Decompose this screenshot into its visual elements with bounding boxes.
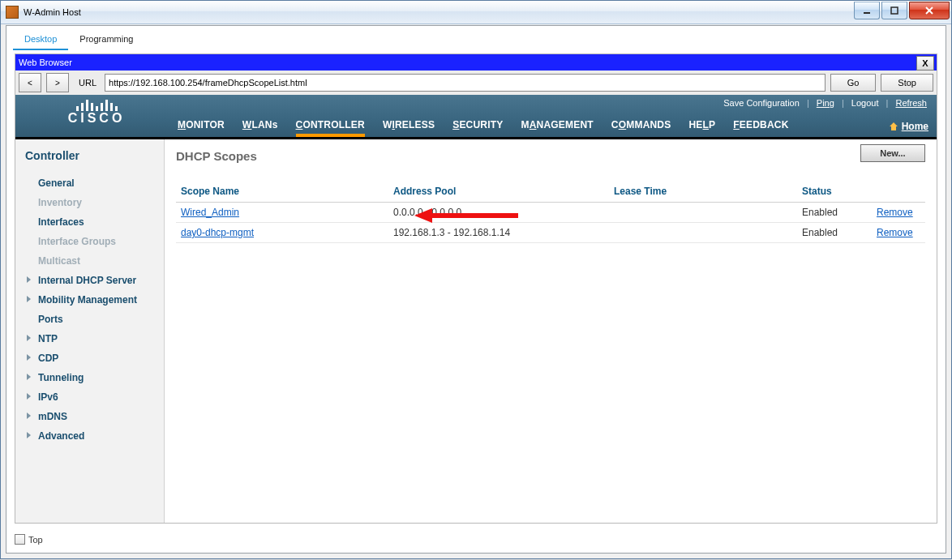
sidebar-item-label: Advanced (38, 430, 84, 442)
sidebar-item-label: IPv6 (38, 391, 58, 403)
scope-name-link[interactable]: day0-dhcp-mgmt (181, 227, 254, 238)
cell-pool: 192.168.1.3 - 192.168.1.14 (388, 223, 609, 243)
new-button[interactable]: New... (860, 144, 925, 162)
application-window: W-Admin Host Desktop Programming Web Bro… (0, 0, 952, 559)
col-lease: Lease Time (609, 182, 797, 203)
col-pool: Address Pool (388, 182, 609, 203)
cell-status: Enabled (797, 223, 872, 243)
sidebar-item[interactable]: General (15, 173, 164, 193)
sidebar-item[interactable]: Tunneling (15, 368, 164, 387)
cisco-brand-text: CISCO (40, 111, 153, 126)
sidebar-item[interactable]: Interface Groups (15, 232, 164, 251)
col-scope: Scope Name (176, 182, 388, 203)
sidebar: Controller GeneralInventoryInterfacesInt… (15, 139, 165, 523)
maximize-button[interactable] (881, 2, 907, 19)
refresh-link[interactable]: Refresh (895, 98, 927, 108)
sidebar-item[interactable]: Internal DHCP Server (15, 271, 164, 290)
expand-triangle-icon (27, 296, 31, 302)
sidebar-item[interactable]: NTP (15, 329, 164, 348)
go-button[interactable]: Go (830, 74, 877, 92)
table-header-row: Scope Name Address Pool Lease Time Statu… (176, 182, 925, 203)
nav-feedback[interactable]: FEEDBACK (733, 119, 788, 137)
sidebar-item[interactable]: Inventory (15, 193, 164, 212)
cell-status: Enabled (797, 203, 872, 223)
expand-triangle-icon (27, 413, 31, 419)
expand-triangle-icon (27, 432, 31, 438)
svg-rect-1 (891, 7, 898, 14)
save-config-link[interactable]: Save Configuration (723, 98, 800, 108)
main-nav: MONITOR WLANs CONTROLLER WIRELESS SECURI… (178, 114, 937, 137)
remove-link[interactable]: Remove (877, 227, 913, 238)
back-button[interactable]: < (19, 73, 41, 92)
nav-management[interactable]: MANAGEMENT (521, 119, 593, 137)
minimize-button[interactable] (854, 2, 880, 19)
stop-button[interactable]: Stop (881, 74, 933, 92)
panel-close-button[interactable]: X (916, 56, 934, 71)
nav-controller[interactable]: CONTROLLER (296, 119, 365, 137)
sidebar-item-label: Internal DHCP Server (38, 275, 136, 286)
sidebar-item[interactable]: Advanced (15, 426, 164, 446)
cell-pool: 0.0.0.0 - 0.0.0.0 (388, 203, 609, 223)
webbrowser-title-strip: Web Browser X (15, 54, 937, 71)
nav-wlans[interactable]: WLANs (242, 119, 278, 137)
sidebar-item-label: Multicast (38, 255, 80, 267)
webbrowser-title: Web Browser (19, 58, 72, 67)
sidebar-item-label: Tunneling (38, 372, 84, 383)
sidebar-item[interactable]: Interfaces (15, 212, 164, 232)
ping-link[interactable]: Ping (817, 98, 834, 108)
title-bar: W-Admin Host (1, 1, 951, 24)
minimize-icon (863, 6, 871, 15)
subtabs: Desktop Programming (13, 31, 144, 50)
sidebar-item[interactable]: Mobility Management (15, 290, 164, 310)
sidebar-item-label: General (38, 177, 75, 189)
content-area: Controller GeneralInventoryInterfacesInt… (15, 139, 937, 523)
expand-triangle-icon (27, 393, 31, 400)
top-links: Save Configuration | Ping | Logout | Ref… (722, 98, 928, 108)
url-bar: < > URL Go Stop (15, 71, 937, 96)
sidebar-item[interactable]: IPv6 (15, 387, 164, 407)
tab-desktop[interactable]: Desktop (13, 31, 68, 50)
sidebar-item-label: NTP (38, 333, 58, 344)
page-title: DHCP Scopes (176, 149, 925, 163)
window-title: W-Admin Host (24, 7, 81, 17)
sidebar-item[interactable]: Multicast (15, 251, 164, 271)
svg-rect-0 (864, 12, 870, 14)
table-row: Wired_Admin0.0.0.0 - 0.0.0.0EnabledRemov… (176, 203, 925, 223)
main-panel: DHCP Scopes New... Scope Name Address Po… (165, 139, 937, 523)
url-label: URL (74, 78, 100, 88)
nav-security[interactable]: SECURITY (452, 119, 503, 137)
nav-commands[interactable]: COMMANDS (611, 119, 671, 137)
cell-lease (609, 203, 797, 223)
bottom-row: Top (15, 534, 43, 545)
forward-button[interactable]: > (46, 73, 69, 92)
scopes-table: Scope Name Address Pool Lease Time Statu… (176, 182, 925, 243)
sidebar-item-label: Ports (38, 314, 63, 325)
cisco-logo: CISCO (40, 96, 153, 126)
cisco-bars-icon (40, 96, 153, 111)
sidebar-item-label: Interfaces (38, 216, 84, 228)
sidebar-item-label: Inventory (38, 197, 82, 208)
expand-triangle-icon (27, 276, 31, 283)
sidebar-item[interactable]: CDP (15, 348, 164, 368)
remove-link[interactable]: Remove (877, 207, 913, 218)
close-button[interactable] (909, 2, 950, 19)
sidebar-item[interactable]: Ports (15, 310, 164, 329)
expand-triangle-icon (27, 374, 31, 380)
cell-lease (609, 223, 797, 243)
close-icon (924, 6, 934, 15)
nav-help[interactable]: HELP (688, 119, 715, 137)
nav-monitor[interactable]: MONITOR (178, 119, 225, 137)
app-surface: Desktop Programming Web Browser X < > UR… (6, 25, 946, 554)
url-input[interactable] (105, 74, 825, 92)
expand-triangle-icon (27, 354, 31, 361)
nav-wireless[interactable]: WIRELESS (383, 119, 435, 137)
home-link[interactable]: Home (889, 121, 928, 132)
scope-name-link[interactable]: Wired_Admin (181, 207, 239, 218)
sidebar-item[interactable]: mDNS (15, 407, 164, 426)
sidebar-item-label: CDP (38, 353, 58, 364)
sidebar-item-label: Mobility Management (38, 294, 137, 306)
tab-programming[interactable]: Programming (68, 31, 144, 50)
logout-link[interactable]: Logout (851, 98, 879, 108)
top-checkbox[interactable] (15, 534, 25, 545)
maximize-icon (890, 6, 898, 15)
